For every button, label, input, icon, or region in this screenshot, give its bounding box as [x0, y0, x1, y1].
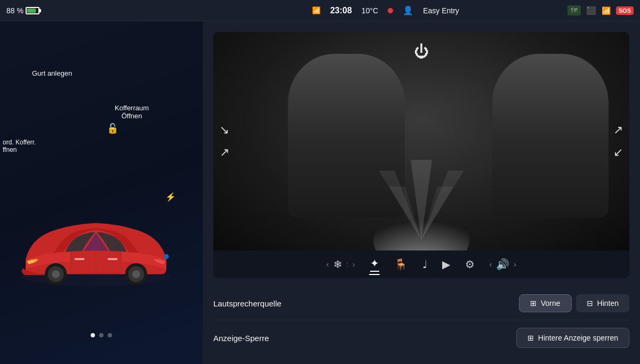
fan-control-group: ‹ ❄ : › — [326, 258, 355, 271]
camera-view: ⏻ — [213, 32, 629, 278]
right-panel: ⏻ — [203, 21, 640, 364]
lautsprecherquelle-row: Lautsprecherquelle ⊞ Vorne ⊟ Hinten — [213, 287, 629, 320]
label-kofferraum-offnen: Kofferraum Öffnen — [115, 104, 149, 120]
seat-right — [492, 54, 609, 218]
fan-chevron-left[interactable]: ‹ — [326, 260, 329, 269]
seat-adjust-right-bottom-icon[interactable]: ↙ — [613, 145, 623, 159]
anzeige-sperre-row: Anzeige-Sperre ⊞ Hintere Anzeige sperren — [213, 320, 629, 355]
music-icon[interactable]: ♩ — [422, 258, 427, 271]
dot-3[interactable] — [108, 333, 112, 337]
anzeige-sperre-buttons: ⊞ Hintere Anzeige sperren — [516, 328, 629, 348]
vorne-button[interactable]: ⊞ Vorne — [519, 294, 572, 312]
volume-chevron-right[interactable]: › — [514, 260, 516, 269]
wifi-icon: 📶 — [602, 6, 611, 15]
status-temperature: 10°C — [362, 6, 378, 15]
label-vord-kofferr: ord. Kofferr. ffnen — [3, 139, 36, 153]
vorne-icon: ⊞ — [530, 299, 537, 308]
seat-adjust-left-top-icon[interactable]: ↙ — [220, 123, 229, 137]
left-panel: Gurt anlegen Kofferraum Öffnen ord. Koff… — [0, 21, 203, 364]
hinten-button[interactable]: ⊟ Hinten — [576, 294, 629, 312]
power-icon[interactable]: ⏻ — [414, 43, 429, 60]
tablet-icon: ⬛ — [586, 6, 596, 15]
main-content: Gurt anlegen Kofferraum Öffnen ord. Koff… — [0, 21, 640, 364]
svg-point-3 — [52, 270, 60, 278]
svg-rect-9 — [108, 258, 118, 260]
signal-icon: 📶 — [312, 6, 321, 14]
map-icon: 🗺 — [567, 5, 581, 15]
car-illustration — [11, 199, 181, 289]
lock-screen-icon: ⊞ — [527, 334, 534, 342]
dot-2[interactable] — [99, 333, 103, 337]
light-beams-svg — [368, 144, 475, 250]
settings-gear-icon[interactable]: ⚙ — [465, 258, 475, 271]
record-indicator — [388, 8, 393, 13]
svg-point-6 — [132, 270, 140, 278]
status-bar-center: 📶 23:08 10°C 👤 Easy Entry — [212, 5, 559, 15]
hintere-anzeige-sperren-button[interactable]: ⊞ Hintere Anzeige sperren — [516, 328, 629, 348]
battery-fill — [27, 9, 36, 13]
settings-section: Lautsprecherquelle ⊞ Vorne ⊟ Hinten Anze… — [213, 287, 629, 355]
lautsprecherquelle-label: Lautsprecherquelle — [213, 299, 519, 308]
status-bar: 88 % 📶 23:08 10°C 👤 Easy Entry 🗺 ⬛ 📶 SOS — [0, 0, 640, 21]
volume-control-group: ‹ 🔊 › — [490, 258, 516, 271]
fan-snowflake-icon[interactable]: ❄ — [333, 258, 342, 271]
dot-1[interactable] — [91, 333, 95, 337]
fan-icon[interactable]: ✦ — [370, 257, 379, 272]
seat-adjust-left-bottom-icon[interactable]: ↗ — [220, 145, 229, 159]
fan-chevron-right[interactable]: › — [353, 260, 355, 269]
anzeige-sperre-label: Anzeige-Sperre — [213, 334, 516, 343]
label-gurt-anlegen: Gurt anlegen — [32, 69, 72, 77]
battery-percent: 88 % — [6, 6, 23, 15]
seat-icon[interactable]: 🪑 — [394, 258, 407, 271]
lautsprecherquelle-buttons: ⊞ Vorne ⊟ Hinten — [519, 294, 629, 312]
battery-container: 88 % — [6, 6, 39, 15]
hintere-anzeige-label: Hintere Anzeige sperren — [538, 334, 618, 342]
person-icon: 👤 — [403, 5, 413, 15]
side-icons-right: ↗ ↙ — [613, 123, 623, 159]
hinten-icon: ⊟ — [587, 299, 593, 308]
fan-separator: : — [347, 261, 348, 268]
svg-point-10 — [164, 254, 169, 259]
svg-rect-8 — [75, 258, 85, 260]
status-bar-left: 88 % — [6, 6, 204, 15]
volume-chevron-left[interactable]: ‹ — [490, 260, 492, 269]
lightning-icon: ⚡ — [165, 192, 176, 202]
camera-feed: ⏻ — [213, 32, 629, 250]
media-play-icon[interactable]: ▶ — [442, 258, 450, 271]
vorne-label: Vorne — [541, 299, 561, 308]
status-bar-right: 🗺 ⬛ 📶 SOS — [567, 5, 634, 15]
side-icons-left: ↙ ↗ — [220, 123, 229, 159]
pagination-dots — [91, 333, 112, 337]
status-time: 23:08 — [330, 6, 352, 15]
lock-icon[interactable]: 🔓 — [107, 123, 118, 134]
seat-adjust-right-top-icon[interactable]: ↗ — [613, 123, 623, 137]
volume-icon[interactable]: 🔊 — [496, 258, 509, 271]
hinten-label: Hinten — [597, 299, 619, 308]
sos-badge[interactable]: SOS — [616, 6, 634, 15]
easy-entry-label: Easy Entry — [423, 6, 459, 15]
controls-bar: ‹ ❄ : › ✦ 🪑 ♩ ▶ ⚙ ‹ 🔊 › — [213, 250, 629, 278]
battery-icon — [26, 7, 39, 14]
